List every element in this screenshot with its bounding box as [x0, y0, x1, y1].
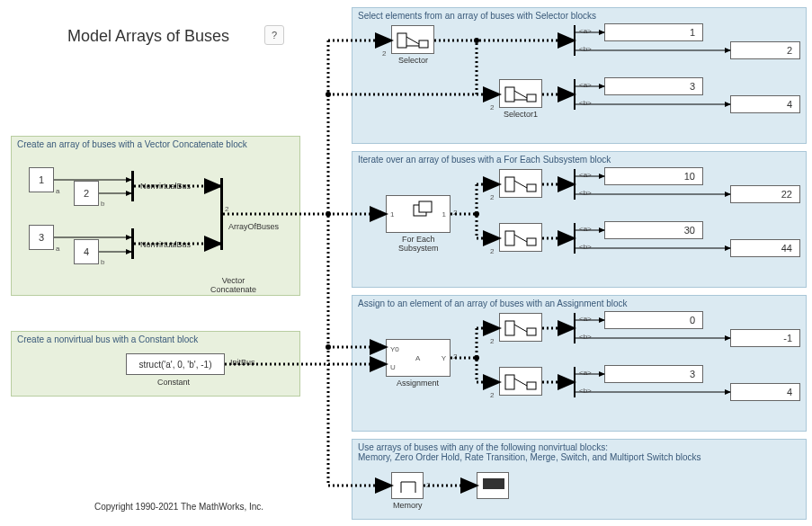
label-nonvirtualbus: NonvirtualBus [140, 240, 191, 249]
svg-rect-0 [397, 33, 406, 48]
svg-rect-9 [419, 201, 432, 212]
sel-b: <b> [579, 387, 592, 395]
label-constant: Constant [157, 378, 190, 387]
bus-selector[interactable] [574, 223, 576, 254]
bus-creator-2[interactable] [131, 228, 134, 259]
display[interactable]: 3 [604, 365, 703, 383]
svg-line-21 [514, 379, 527, 386]
label-assignment: Assignment [397, 379, 439, 388]
svg-rect-16 [505, 321, 514, 335]
selector-fe2[interactable] [499, 223, 542, 252]
sel-b: <b> [579, 243, 592, 251]
assignment-block[interactable]: Y0 U A Y [386, 339, 451, 377]
svg-rect-19 [505, 375, 514, 389]
sel-b: <b> [579, 333, 592, 341]
bus-selector[interactable] [574, 367, 576, 397]
svg-point-60 [326, 344, 331, 350]
constant-1[interactable]: 1 [29, 167, 54, 192]
svg-line-18 [514, 325, 527, 332]
port-2: 2 [490, 103, 494, 111]
sel-a: <a> [579, 171, 592, 179]
selector1-block[interactable] [499, 79, 542, 108]
svg-rect-4 [505, 87, 514, 102]
svg-rect-5 [527, 94, 536, 102]
port-2: 2 [490, 337, 494, 345]
display[interactable]: 0 [604, 311, 703, 329]
region-label: Select elements from an array of buses w… [358, 11, 596, 21]
label-arrayofbuses: ArrayOfBuses [228, 222, 279, 231]
display[interactable]: 30 [604, 221, 703, 239]
selector-fe1[interactable] [499, 169, 542, 198]
display[interactable]: 3 [604, 77, 703, 95]
region-label: Use arrays of buses with any of the foll… [358, 442, 701, 462]
sel-a: <a> [579, 369, 592, 377]
bus-selector[interactable] [574, 313, 576, 343]
sel-b: <b> [579, 45, 592, 53]
display[interactable]: 1 [604, 23, 703, 41]
display[interactable]: 10 [604, 167, 703, 185]
label-initbus: InitBus [230, 358, 255, 367]
constant-struct[interactable]: struct('a', 0, 'b', -1) [126, 353, 225, 375]
svg-line-12 [514, 181, 527, 188]
vector-concatenate[interactable] [220, 178, 223, 250]
bus-creator-1[interactable] [131, 171, 134, 201]
port-a: a [56, 187, 59, 195]
copyright: Copyright 1990-2021 The MathWorks, Inc. [94, 502, 263, 512]
port-2: 2 [490, 391, 494, 399]
port-2: 2 [426, 481, 430, 489]
bus-selector[interactable] [574, 79, 576, 110]
svg-rect-10 [505, 177, 514, 192]
display[interactable]: 4 [730, 383, 800, 401]
sel-a: <a> [579, 315, 592, 323]
label-selector: Selector [398, 56, 428, 65]
bus-selector[interactable] [574, 169, 576, 200]
display[interactable]: 44 [730, 239, 800, 257]
svg-rect-11 [527, 184, 536, 192]
svg-rect-1 [419, 40, 428, 48]
port-b: b [101, 258, 104, 266]
svg-rect-20 [527, 382, 536, 389]
constant-4[interactable]: 4 [74, 239, 99, 264]
sel-a: <a> [579, 225, 592, 233]
svg-rect-17 [527, 328, 536, 335]
display[interactable]: 22 [730, 185, 800, 203]
svg-rect-22 [483, 478, 504, 489]
port-2: 2 [490, 247, 494, 255]
port-2: 2 [490, 193, 494, 201]
svg-rect-13 [505, 231, 514, 245]
port-2: 2 [378, 342, 381, 350]
constant-2[interactable]: 2 [74, 181, 99, 206]
port-2: 2 [378, 209, 381, 217]
page-title: Model Arrays of Buses [67, 27, 229, 46]
sel-a: <a> [579, 81, 592, 89]
svg-line-6 [514, 91, 527, 98]
port-a: a [56, 245, 59, 253]
port-2: 2 [453, 352, 457, 361]
label-memory: Memory [393, 501, 423, 510]
label-selector1: Selector1 [504, 110, 538, 119]
constant-3[interactable]: 3 [29, 225, 54, 250]
sel-b: <b> [579, 99, 592, 107]
region-label: Create an array of buses with a Vector C… [17, 139, 247, 149]
port-2: 2 [225, 205, 228, 213]
svg-rect-8 [414, 205, 426, 216]
memory-block[interactable] [391, 472, 424, 499]
selector-as2[interactable] [499, 367, 542, 396]
region-label: Iterate over an array of buses with a Fo… [358, 155, 611, 165]
display[interactable]: 2 [730, 41, 800, 59]
label-vector-concat: Vector Concatenate [210, 276, 256, 294]
display[interactable]: 4 [730, 95, 800, 113]
svg-point-59 [326, 211, 331, 217]
scope-block[interactable] [477, 472, 509, 499]
svg-line-15 [514, 235, 527, 242]
port-2: 2 [382, 49, 386, 58]
selector-block[interactable] [391, 25, 434, 54]
sel-b: <b> [579, 189, 592, 197]
selector-as1[interactable] [499, 313, 542, 342]
region-label: Create a nonvirtual bus with a Constant … [17, 334, 198, 344]
bus-selector[interactable] [574, 25, 576, 56]
foreach-subsystem[interactable]: 1 1 [386, 195, 451, 233]
label-nonvirtualbus: NonvirtualBus [140, 182, 191, 191]
help-button[interactable]: ? [264, 25, 284, 45]
display[interactable]: -1 [730, 329, 800, 347]
